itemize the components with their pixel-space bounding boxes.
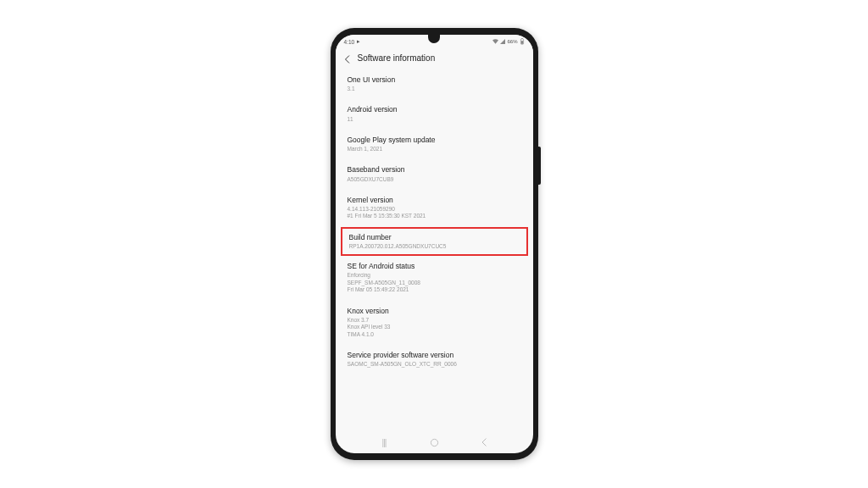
android-nav-bar: ||| — [336, 435, 533, 450]
back-icon[interactable] — [344, 55, 351, 62]
item-subtitle: SAOMC_SM-A505GN_OLO_XTC_RR_0006 — [348, 361, 521, 368]
item-title: Google Play system update — [348, 136, 521, 145]
status-time: 4:10 — [344, 39, 355, 45]
settings-list: One UI version 3.1 Android version 11 Go… — [336, 69, 533, 375]
list-item-one-ui[interactable]: One UI version 3.1 — [336, 69, 533, 99]
item-subtitle: RP1A.200720.012.A505GNDXU7CUC5 — [349, 243, 520, 250]
list-item-knox[interactable]: Knox version Knox 3.7 Knox API level 33 … — [336, 301, 533, 345]
page-title: Software information — [358, 53, 436, 63]
list-item-build-number[interactable]: Build number RP1A.200720.012.A505GNDXU7C… — [341, 227, 528, 256]
item-title: Knox version — [348, 307, 521, 316]
item-title: Kernel version — [348, 196, 521, 205]
item-title: Service provider software version — [348, 351, 521, 360]
svg-point-3 — [431, 439, 437, 446]
item-subtitle: March 1, 2021 — [348, 146, 521, 152]
wifi-icon — [492, 39, 498, 45]
list-item-se-android[interactable]: SE for Android status Enforcing SEPF_SM-… — [336, 256, 533, 300]
list-item-kernel[interactable]: Kernel version 4.14.113-21059290 #1 Fri … — [336, 190, 533, 227]
status-right: 66% — [492, 38, 524, 46]
item-title: One UI version — [348, 75, 521, 85]
signal-icon — [500, 39, 505, 45]
list-item-play-update[interactable]: Google Play system update March 1, 2021 — [336, 130, 533, 159]
svg-rect-1 — [521, 38, 523, 39]
battery-text: 66% — [507, 39, 517, 44]
status-left: 4:10 ▸ — [344, 38, 361, 45]
page-header: Software information — [336, 48, 533, 69]
recents-button[interactable]: ||| — [377, 437, 391, 447]
item-title: Android version — [348, 105, 521, 114]
item-subtitle: Knox 3.7 Knox API level 33 TIMA 4.1.0 — [348, 317, 521, 338]
svg-rect-2 — [520, 41, 522, 44]
item-title: SE for Android status — [348, 262, 521, 271]
item-subtitle: 11 — [348, 116, 521, 123]
item-subtitle: 3.1 — [348, 86, 521, 92]
item-subtitle: 4.14.113-21059290 #1 Fri Mar 5 15:35:30 … — [348, 206, 521, 220]
phone-frame: 4:10 ▸ 66% Software information — [331, 28, 538, 460]
battery-icon — [520, 38, 525, 46]
phone-side-button — [538, 147, 541, 185]
home-button[interactable] — [427, 437, 441, 447]
item-subtitle: A505GDXU7CUB9 — [348, 176, 521, 183]
item-subtitle: Enforcing SEPF_SM-A505GN_11_0008 Fri Mar… — [348, 272, 521, 293]
screen: 4:10 ▸ 66% Software information — [336, 35, 533, 453]
back-button[interactable] — [477, 437, 491, 447]
video-icon: ▸ — [357, 38, 360, 45]
list-item-android-version[interactable]: Android version 11 — [336, 99, 533, 129]
list-item-baseband[interactable]: Baseband version A505GDXU7CUB9 — [336, 159, 533, 189]
item-title: Baseband version — [348, 165, 521, 175]
item-title: Build number — [349, 233, 520, 242]
list-item-service-provider[interactable]: Service provider software version SAOMC_… — [336, 345, 533, 374]
